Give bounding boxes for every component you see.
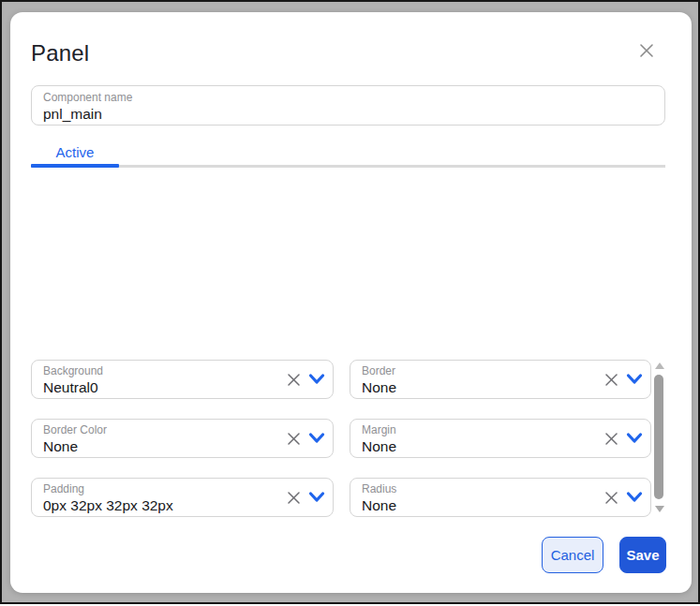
border-color-value: None [43, 437, 267, 456]
border-select[interactable]: Border None [350, 360, 651, 399]
background-value: Neutral0 [43, 378, 267, 397]
scrollbar-thumb[interactable] [654, 375, 663, 499]
chevron-down-icon[interactable] [308, 371, 325, 388]
component-name-field[interactable]: Component name pnl_main [31, 85, 665, 126]
padding-label: Padding [43, 482, 267, 496]
padding-value: 0px 32px 32px 32px [43, 496, 267, 515]
border-color-select[interactable]: Border Color None [31, 419, 334, 458]
cancel-button[interactable]: Cancel [542, 537, 603, 573]
border-color-label: Border Color [43, 423, 267, 437]
chevron-down-icon[interactable] [626, 371, 643, 388]
border-value: None [362, 378, 585, 397]
border-label: Border [362, 364, 585, 378]
clear-x-icon[interactable] [285, 430, 302, 447]
scroll-down-arrow-icon[interactable] [655, 506, 664, 512]
clear-x-icon[interactable] [603, 489, 619, 506]
component-name-value: pnl_main [43, 105, 653, 124]
chevron-down-icon[interactable] [626, 430, 643, 447]
radius-select[interactable]: Radius None [350, 478, 651, 517]
form-scrollbar [653, 359, 665, 520]
panel-dialog: Panel Component name pnl_main Active Bac… [10, 12, 692, 593]
chevron-down-icon[interactable] [626, 489, 643, 506]
active-tab-indicator [31, 164, 119, 168]
clear-x-icon[interactable] [603, 430, 619, 447]
style-fields-grid: Background Neutral0 Border None [31, 360, 651, 517]
tab-active[interactable]: Active [31, 139, 119, 165]
margin-label: Margin [362, 423, 585, 437]
close-icon [638, 42, 655, 62]
chevron-down-icon[interactable] [308, 430, 325, 447]
background-select[interactable]: Background Neutral0 [31, 360, 334, 399]
dialog-title: Panel [31, 40, 89, 67]
component-name-label: Component name [43, 91, 653, 105]
chevron-down-icon[interactable] [308, 489, 325, 506]
save-button[interactable]: Save [619, 537, 666, 573]
clear-x-icon[interactable] [285, 489, 302, 506]
margin-value: None [362, 437, 585, 456]
radius-value: None [362, 496, 585, 515]
tab-divider [31, 165, 665, 168]
padding-select[interactable]: Padding 0px 32px 32px 32px [31, 478, 334, 517]
background-label: Background [43, 364, 267, 378]
clear-x-icon[interactable] [285, 371, 302, 388]
clear-x-icon[interactable] [603, 371, 619, 388]
close-button[interactable] [636, 41, 657, 62]
margin-select[interactable]: Margin None [350, 419, 651, 458]
radius-label: Radius [362, 482, 585, 496]
scroll-up-arrow-icon[interactable] [655, 362, 664, 369]
page-background: Panel Component name pnl_main Active Bac… [0, 0, 700, 604]
